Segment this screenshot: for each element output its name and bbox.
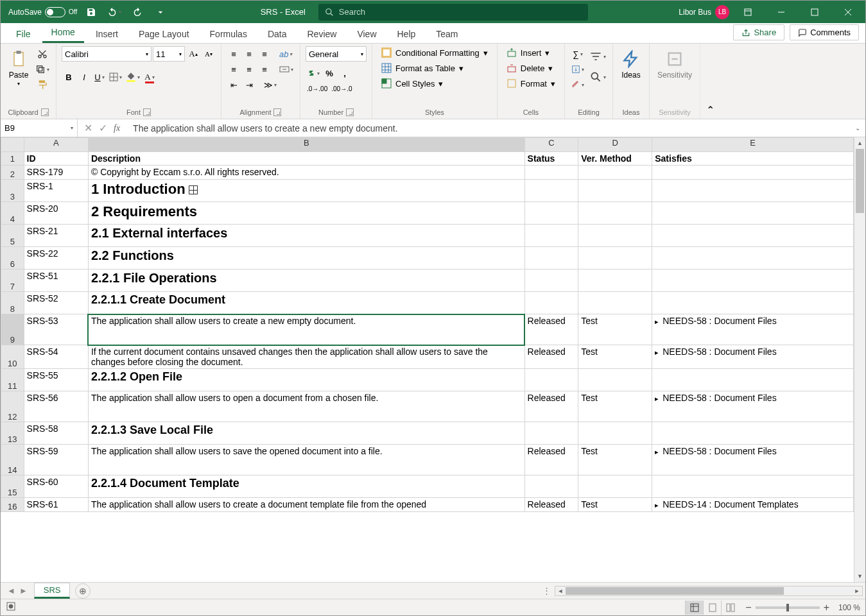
cell-id[interactable]: SRS-22 <box>24 247 88 270</box>
cell-method[interactable]: Test <box>578 345 652 369</box>
row-header[interactable]: 5 <box>1 225 24 247</box>
cell-id[interactable]: SRS-55 <box>24 369 88 391</box>
cell-description[interactable]: The application shall allow users to ope… <box>88 391 524 422</box>
cell-status[interactable]: Released <box>524 345 578 369</box>
underline-icon[interactable]: U <box>92 69 107 85</box>
comments-button[interactable]: Comments <box>790 24 859 40</box>
align-left-icon[interactable]: ≡ <box>227 62 241 77</box>
redo-icon[interactable] <box>128 3 146 21</box>
row-header[interactable]: 7 <box>1 270 24 292</box>
cell-method[interactable] <box>578 166 652 180</box>
cell-method[interactable] <box>578 225 652 247</box>
row-header[interactable]: 13 <box>1 422 24 445</box>
find-select-icon[interactable] <box>588 67 607 87</box>
cell-method[interactable] <box>578 247 652 270</box>
tab-insert[interactable]: Insert <box>87 25 127 43</box>
ribbon-display-icon[interactable] <box>733 1 763 23</box>
cell-status[interactable]: Released <box>524 498 578 512</box>
header-method[interactable]: Ver. Method <box>578 152 652 166</box>
tab-page-layout[interactable]: Page Layout <box>130 25 198 43</box>
col-header-e[interactable]: E <box>652 138 854 152</box>
select-all-corner[interactable] <box>1 138 24 152</box>
cell-method[interactable] <box>578 270 652 292</box>
header-description[interactable]: Description <box>88 152 524 166</box>
ideas-button[interactable]: Ideas <box>618 46 644 82</box>
cell-status[interactable]: Released <box>524 314 578 345</box>
cell-description[interactable]: The application shall allow users to cre… <box>88 314 524 345</box>
font-dialog-launcher[interactable] <box>143 108 151 116</box>
autosum-icon[interactable]: ∑ <box>570 46 585 62</box>
decrease-font-icon[interactable]: A▾ <box>202 46 216 62</box>
italic-icon[interactable]: I <box>77 69 91 85</box>
cell-status[interactable] <box>524 369 578 391</box>
cell-satisfies[interactable] <box>652 202 854 225</box>
decrease-indent-icon[interactable]: ⇤ <box>227 77 241 92</box>
cell-description[interactable]: 2.1 External interfaces <box>88 225 524 247</box>
row-header[interactable]: 10 <box>1 345 24 369</box>
spreadsheet-grid[interactable]: A B C D E 1 ID Description Status Ver. M… <box>1 137 854 582</box>
align-bottom-icon[interactable]: ≡ <box>257 46 272 62</box>
cell-satisfies[interactable]: NEEDS-14 : Document Templates <box>652 498 854 512</box>
tab-data[interactable]: Data <box>259 25 296 43</box>
fx-icon[interactable]: fx <box>114 123 120 133</box>
zoom-out-button[interactable]: − <box>745 602 751 613</box>
tab-help[interactable]: Help <box>388 25 425 43</box>
cell-styles-button[interactable]: Cell Styles ▾ <box>377 77 447 90</box>
row-header[interactable]: 11 <box>1 369 24 391</box>
cell-method[interactable]: Test <box>578 391 652 422</box>
copy-icon[interactable] <box>34 62 51 77</box>
tab-file[interactable]: File <box>7 25 40 43</box>
cell-method[interactable] <box>578 180 652 202</box>
formula-bar[interactable]: The application shall allow users to cre… <box>126 123 850 133</box>
cell-satisfies[interactable] <box>652 180 854 202</box>
cell-status[interactable] <box>524 247 578 270</box>
cell-method[interactable] <box>578 422 652 445</box>
cell-id[interactable]: SRS-1 <box>24 180 88 202</box>
cell-description[interactable]: 2.2 Functions <box>88 247 524 270</box>
avatar[interactable]: LB <box>715 5 729 19</box>
col-header-d[interactable]: D <box>578 138 652 152</box>
save-icon[interactable] <box>82 3 100 21</box>
header-status[interactable]: Status <box>524 152 578 166</box>
fill-color-icon[interactable] <box>125 69 141 85</box>
header-satisfies[interactable]: Satisfies <box>652 152 854 166</box>
align-middle-icon[interactable]: ≡ <box>242 46 256 62</box>
cell-description[interactable]: 2.2.1.1 Create Document <box>88 292 524 314</box>
cell-method[interactable]: Test <box>578 314 652 345</box>
conditional-formatting-button[interactable]: Conditional Formatting ▾ <box>377 46 492 59</box>
cell-satisfies[interactable] <box>652 270 854 292</box>
row-header[interactable]: 2 <box>1 166 24 180</box>
undo-icon[interactable] <box>105 3 123 21</box>
increase-indent-icon[interactable]: ⇥ <box>242 77 256 92</box>
cell-id[interactable]: SRS-59 <box>24 445 88 475</box>
cell-description[interactable]: The application shall allow users to cre… <box>88 498 524 512</box>
horizontal-scrollbar[interactable]: ◄► <box>555 586 863 596</box>
cell-description[interactable]: 2.2.1.2 Open File <box>88 369 524 391</box>
cell-id[interactable]: SRS-58 <box>24 422 88 445</box>
cell-description[interactable]: The application shall allow users to sav… <box>88 445 524 475</box>
row-header[interactable]: 1 <box>1 152 24 166</box>
cell-description[interactable]: © Copyright by Eccam s.r.o. All rights r… <box>88 166 524 180</box>
align-top-icon[interactable]: ≡ <box>227 46 241 62</box>
row-header[interactable]: 15 <box>1 475 24 498</box>
cell-method[interactable]: Test <box>578 445 652 475</box>
row-header[interactable]: 4 <box>1 202 24 225</box>
cell-status[interactable] <box>524 292 578 314</box>
cell-method[interactable]: Test <box>578 498 652 512</box>
cell-id[interactable]: SRS-20 <box>24 202 88 225</box>
collapse-ribbon-icon[interactable]: ⌃ <box>700 44 720 119</box>
cell-id[interactable]: SRS-179 <box>24 166 88 180</box>
row-header[interactable]: 16 <box>1 498 24 512</box>
normal-view-icon[interactable] <box>685 601 703 615</box>
zoom-in-button[interactable]: + <box>824 602 829 613</box>
borders-icon[interactable] <box>108 69 123 85</box>
maximize-icon[interactable] <box>800 1 829 23</box>
minimize-icon[interactable] <box>766 1 796 23</box>
cell-satisfies[interactable] <box>652 166 854 180</box>
row-header[interactable]: 6 <box>1 247 24 270</box>
clipboard-dialog-launcher[interactable] <box>41 108 49 116</box>
share-button[interactable]: Share <box>733 24 784 40</box>
cell-satisfies[interactable]: NEEDS-58 : Document Files <box>652 445 854 475</box>
cell-status[interactable] <box>524 180 578 202</box>
cell-method[interactable] <box>578 369 652 391</box>
